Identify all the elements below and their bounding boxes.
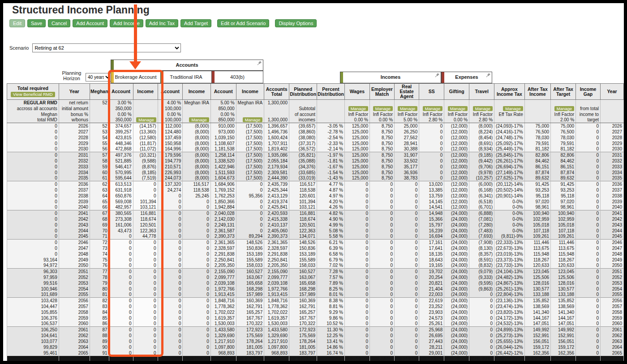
cell: 98,961 bbox=[551, 205, 576, 210]
cell: 0 bbox=[158, 338, 183, 344]
cell: (39,657) bbox=[289, 123, 317, 129]
cell: 95,118 bbox=[551, 193, 576, 199]
cell: (25,092)-17% bbox=[494, 141, 525, 146]
config-cell[interactable]: 0.00 % bbox=[345, 117, 370, 123]
cell: 0 bbox=[7, 170, 59, 176]
toolbar-button-add-income[interactable]: Add Income bbox=[110, 19, 143, 27]
manage-button[interactable]: Manage bbox=[243, 117, 262, 122]
cell: 0 bbox=[7, 176, 59, 181]
cell: 111,446 bbox=[524, 240, 550, 245]
total-cell bbox=[601, 356, 624, 362]
manage-button[interactable]: Manage bbox=[503, 106, 523, 111]
view-beneficial-rmd-button[interactable]: View Beneficial RMD bbox=[11, 92, 55, 97]
cell: 0 bbox=[576, 315, 601, 321]
config-cell[interactable]: 0.00 % bbox=[369, 117, 394, 123]
pin-icon[interactable] bbox=[434, 73, 440, 78]
cell: 0 bbox=[576, 176, 601, 181]
col-header-total-required: Total requiredView Beneficial RMD bbox=[7, 84, 59, 100]
cell: 380,565 bbox=[109, 210, 133, 216]
cell: 0 bbox=[576, 240, 601, 245]
cell: 160,527 bbox=[289, 269, 317, 274]
manage-button[interactable]: Manage bbox=[398, 106, 417, 111]
cell: (8,591) bbox=[469, 257, 494, 263]
cell: 53 bbox=[90, 129, 109, 135]
cell: 0 bbox=[369, 321, 394, 327]
cell: (8,000) bbox=[183, 164, 211, 170]
cell: 25,261 bbox=[419, 321, 444, 327]
cell: (8,000) bbox=[183, 123, 211, 129]
table-row: 106,37620598500001,619,357167,7671,619,3… bbox=[7, 315, 624, 321]
planning-horizon-select[interactable]: 40 years bbox=[86, 73, 112, 81]
cell: (24,000) bbox=[444, 216, 469, 222]
cell: 0 bbox=[109, 333, 133, 338]
cell: (25,845)-17% bbox=[494, 152, 525, 158]
toolbar-button-save[interactable]: Save bbox=[27, 19, 46, 27]
toolbar-button-add-inc-tax[interactable]: Add Inc Tax bbox=[146, 19, 178, 27]
cell: (24,000) bbox=[444, 234, 469, 240]
toolbar-button-add-target[interactable]: Add Target bbox=[180, 19, 211, 27]
cell: 0 bbox=[183, 304, 211, 309]
manage-button[interactable]: Manage bbox=[423, 106, 442, 111]
col-header-income: Income bbox=[183, 84, 211, 100]
config-cell[interactable]: 2.80 % bbox=[469, 117, 494, 123]
cell: 8.01 % bbox=[317, 292, 345, 298]
cell: 0 bbox=[369, 274, 394, 280]
config-cell[interactable]: 2.80 % bbox=[419, 117, 444, 123]
cell: 16,239 bbox=[419, 228, 444, 234]
pin-icon[interactable] bbox=[485, 73, 491, 78]
config-cell[interactable]: 2.00 % bbox=[551, 117, 576, 123]
config-cell[interactable]: 5.00 % bbox=[395, 117, 419, 123]
cell: (25,273)-13% bbox=[494, 333, 525, 338]
cell: 0 bbox=[7, 181, 59, 187]
tab-403-b[interactable]: 403(b) bbox=[212, 71, 263, 83]
config-cell[interactable]: 4.00 % bbox=[158, 100, 183, 106]
manage-button[interactable]: Manage bbox=[136, 117, 156, 122]
cell: 159,172 bbox=[524, 344, 550, 350]
config-cell[interactable]: 0.00 % bbox=[444, 117, 469, 123]
scenario-row: ScenarioRetiring at 62 bbox=[9, 43, 181, 52]
cell: (12,000) bbox=[444, 158, 469, 164]
cell: 0 bbox=[369, 333, 394, 338]
cell: 93,164 bbox=[7, 257, 59, 263]
toolbar-button-edit[interactable]: Edit bbox=[9, 19, 25, 27]
cell: (8,934) bbox=[469, 146, 494, 152]
cell: 0 bbox=[158, 210, 183, 216]
config-cell: Manage bbox=[551, 106, 576, 111]
cell: 12.25 % bbox=[317, 333, 345, 338]
cell: (10,257) bbox=[469, 176, 494, 181]
manage-button[interactable]: Manage bbox=[373, 106, 393, 111]
cell: 0 bbox=[395, 315, 419, 321]
manage-button[interactable]: Manage bbox=[473, 106, 493, 111]
cell: (25,449)-17% bbox=[494, 146, 525, 152]
cell: 2,040,028 bbox=[210, 210, 236, 216]
cell: 0 bbox=[158, 240, 183, 245]
cell: 86 bbox=[90, 321, 109, 327]
cell: 2058 bbox=[601, 309, 624, 315]
cell: 88 bbox=[90, 333, 109, 338]
table-row: 99,51620537900002,039,108165,6582,039,10… bbox=[7, 280, 624, 286]
header-row: Total requiredView Beneficial RMDYearMeg… bbox=[7, 84, 624, 100]
cell: 61 bbox=[90, 176, 109, 181]
cell: 118,267 bbox=[551, 257, 576, 263]
cell: (23,373)-13% bbox=[494, 257, 525, 263]
pin-icon[interactable] bbox=[257, 60, 262, 66]
tab-traditional-ira[interactable]: Traditional IRA bbox=[161, 71, 212, 83]
scenario-select[interactable]: Retiring at 62 bbox=[32, 43, 181, 52]
toolbar-button-cancel[interactable]: Cancel bbox=[48, 19, 70, 27]
toolbar-button-edit-or-add-scenario[interactable]: Edit or Add Scenario bbox=[217, 19, 269, 27]
cell: 78,030 bbox=[524, 135, 550, 141]
toolbar-button-display-options[interactable]: Display Options bbox=[275, 19, 317, 27]
cell: 150,836 bbox=[289, 245, 317, 251]
config-cell[interactable]: 3.00 % bbox=[109, 100, 133, 106]
cell: 0 bbox=[576, 327, 601, 333]
manage-button[interactable]: Manage bbox=[554, 106, 574, 111]
cell: 0 bbox=[576, 304, 601, 309]
config-cell bbox=[551, 100, 576, 106]
tab-brokerage-account[interactable]: Brokerage Account bbox=[111, 71, 161, 83]
manage-button[interactable]: Manage bbox=[189, 117, 209, 122]
toolbar-button-add-account[interactable]: Add Account bbox=[73, 19, 107, 27]
manage-button[interactable]: Manage bbox=[448, 106, 468, 111]
manage-button[interactable]: Manage bbox=[348, 106, 368, 111]
cell: 8,750 bbox=[369, 141, 394, 146]
config-cell[interactable]: 5.00 % bbox=[210, 100, 236, 106]
